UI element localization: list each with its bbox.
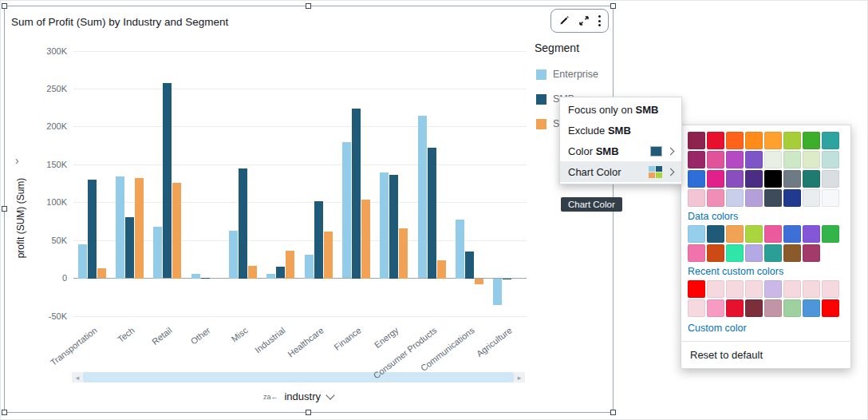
resize-handle-bottom-left[interactable] — [2, 410, 7, 415]
color-swatch[interactable] — [745, 244, 763, 262]
color-swatch[interactable] — [764, 244, 782, 262]
bar[interactable] — [135, 178, 144, 278]
bar[interactable] — [324, 232, 333, 279]
color-swatch[interactable] — [707, 189, 724, 207]
color-swatch[interactable] — [745, 132, 763, 149]
color-swatch[interactable] — [783, 225, 801, 243]
color-swatch[interactable] — [707, 151, 724, 168]
color-swatch[interactable] — [803, 244, 820, 262]
color-swatch[interactable] — [822, 280, 839, 298]
resize-handle-bottom-center[interactable] — [306, 410, 311, 415]
visual-frame[interactable]: Sum of Profit (Sum) by Industry and Segm… — [4, 6, 614, 413]
color-swatch[interactable] — [726, 280, 744, 298]
scrollbar-right-arrow-icon[interactable]: ▸ — [514, 372, 525, 382]
menu-item[interactable]: Color SMB — [560, 141, 681, 161]
sort-icon[interactable]: za← — [263, 393, 278, 401]
color-swatch[interactable] — [688, 132, 705, 149]
bar[interactable] — [465, 252, 474, 278]
bar[interactable] — [342, 142, 351, 279]
color-swatch[interactable] — [707, 280, 724, 298]
resize-handle-top-right[interactable] — [610, 3, 616, 9]
color-swatch[interactable] — [726, 170, 744, 188]
bar[interactable] — [201, 278, 210, 279]
resize-handle-top-center[interactable] — [306, 3, 311, 9]
bar[interactable] — [399, 228, 408, 279]
chevron-down-icon[interactable] — [326, 390, 334, 399]
kebab-menu-icon[interactable] — [598, 15, 601, 26]
color-swatch[interactable] — [783, 299, 801, 317]
bar[interactable] — [456, 220, 464, 279]
color-swatch[interactable] — [803, 132, 820, 149]
maximize-icon[interactable] — [578, 15, 590, 26]
color-swatch[interactable] — [745, 151, 763, 168]
color-swatch[interactable] — [822, 132, 839, 149]
bar[interactable] — [493, 279, 502, 305]
resize-handle-bottom-right[interactable] — [610, 410, 616, 415]
color-swatch[interactable] — [745, 299, 763, 317]
color-swatch[interactable] — [764, 225, 782, 243]
bar[interactable] — [475, 279, 483, 285]
color-swatch[interactable] — [783, 151, 801, 168]
bar[interactable] — [125, 217, 134, 279]
data-colors-link[interactable]: Data colors — [688, 211, 844, 222]
color-swatch[interactable] — [688, 225, 705, 243]
color-swatch[interactable] — [688, 299, 705, 317]
bar[interactable] — [314, 201, 323, 279]
color-swatch[interactable] — [822, 170, 839, 188]
color-swatch[interactable] — [764, 299, 782, 317]
color-swatch[interactable] — [822, 189, 839, 207]
bar[interactable] — [266, 274, 275, 279]
bar[interactable] — [229, 231, 238, 279]
bar[interactable] — [248, 266, 257, 278]
color-swatch[interactable] — [726, 151, 744, 168]
edit-pencil-icon[interactable] — [558, 15, 570, 26]
menu-item[interactable]: Focus only on SMB — [560, 99, 681, 120]
color-swatch[interactable] — [688, 170, 705, 188]
color-swatch[interactable] — [726, 299, 744, 317]
bar[interactable] — [361, 200, 370, 279]
bar[interactable] — [437, 260, 446, 279]
bar[interactable] — [389, 175, 398, 279]
x-axis-title[interactable]: industry — [284, 390, 321, 402]
color-swatch[interactable] — [803, 189, 820, 207]
bar[interactable] — [380, 172, 389, 279]
color-swatch[interactable] — [764, 170, 782, 188]
color-swatch[interactable] — [822, 225, 839, 243]
bar[interactable] — [503, 279, 511, 280]
color-swatch[interactable] — [707, 132, 724, 149]
color-swatch[interactable] — [822, 299, 839, 317]
menu-item[interactable]: Chart Color — [560, 161, 681, 182]
bar[interactable] — [163, 83, 172, 279]
color-swatch[interactable] — [803, 170, 820, 188]
color-swatch[interactable] — [726, 225, 744, 243]
bar[interactable] — [153, 227, 162, 279]
recent-custom-colors-link[interactable]: Recent custom colors — [688, 266, 844, 277]
color-swatch[interactable] — [726, 244, 744, 262]
bar[interactable] — [88, 180, 97, 278]
color-swatch[interactable] — [803, 225, 820, 243]
reset-to-default-button[interactable]: Reset to default — [681, 341, 850, 368]
bar[interactable] — [191, 274, 200, 279]
custom-color-link[interactable]: Custom color — [688, 323, 844, 334]
color-swatch[interactable] — [688, 189, 705, 207]
color-swatch[interactable] — [707, 244, 724, 262]
color-swatch[interactable] — [783, 189, 801, 207]
bar[interactable] — [78, 244, 87, 279]
color-swatch[interactable] — [688, 244, 705, 262]
legend-item[interactable]: Enterprise — [536, 69, 598, 80]
color-swatch[interactable] — [745, 189, 763, 207]
color-swatch[interactable] — [822, 151, 839, 168]
bar[interactable] — [239, 168, 247, 279]
color-swatch[interactable] — [803, 280, 820, 298]
color-swatch[interactable] — [803, 151, 820, 168]
bar[interactable] — [418, 116, 427, 279]
color-swatch[interactable] — [688, 151, 705, 168]
color-swatch[interactable] — [745, 225, 763, 243]
color-swatch[interactable] — [726, 132, 744, 149]
bar[interactable] — [116, 176, 124, 279]
color-swatch[interactable] — [745, 170, 763, 188]
color-swatch[interactable] — [764, 151, 782, 168]
color-swatch[interactable] — [783, 244, 801, 262]
color-swatch[interactable] — [707, 170, 724, 188]
color-swatch[interactable] — [764, 132, 782, 149]
